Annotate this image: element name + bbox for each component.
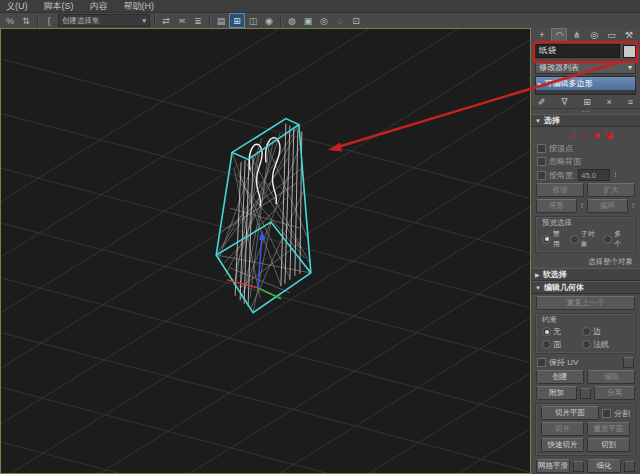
render-iterative-icon[interactable]: ◌ [333,14,347,27]
msmooth-settings-button[interactable] [573,461,584,472]
curve-editor-icon[interactable]: ⊞ [230,14,244,27]
vertex-subobject-icon[interactable]: ∴ [558,130,564,140]
rendered-frame-window-icon[interactable]: ▣ [301,14,315,27]
preview-subobj-option[interactable]: 子对象 [570,229,598,249]
named-selection-sets-value: 创建选择集 [62,16,100,26]
stack-item-editable-poly[interactable]: ▸ 可编辑多边形 [536,77,635,90]
modifier-list-dropdown[interactable]: 修改器列表 ▾ [535,61,636,74]
particle-view-icon[interactable]: ⊡ [349,14,363,27]
loop-spinner-icon[interactable]: ↕ [631,202,635,210]
grow-button[interactable]: 扩大 [587,183,635,197]
shrink-button[interactable]: 收缩 [536,183,584,197]
attach-list-button[interactable] [580,388,591,399]
tessellate-button[interactable]: 细化 [587,459,621,473]
create-tab-icon[interactable]: + [535,29,549,41]
gizmo-z-arrowhead [259,230,265,240]
detach-button[interactable]: 分离 [594,386,635,400]
constraint-none-label: 无 [553,326,561,337]
preview-multi-label: 多个 [614,229,625,249]
menu-item-customize[interactable]: 义(U) [6,0,28,13]
rollout-edit-geometry-header[interactable]: ▼ 编辑几何体 [531,281,640,294]
preview-multi-option[interactable]: 多个 [603,229,625,249]
menu-item-help[interactable]: 帮助(H) [124,0,155,13]
by-vertex-checkbox[interactable] [537,144,546,153]
ring-button[interactable]: 环形 [536,199,577,213]
tessellate-settings-button[interactable] [624,461,635,472]
object-name-field[interactable]: 纸袋 [535,44,620,58]
spinner-snap-toggle-icon[interactable]: ⇅ [19,14,33,27]
pin-stack-icon[interactable]: ✐ [538,97,546,107]
spinner-icon[interactable]: ↕ [613,171,617,179]
quickslice-button[interactable]: 快速切片 [541,438,584,452]
menu-item-scripting[interactable]: 脚本(S) [44,0,74,13]
percent-snap-toggle-icon[interactable]: % [3,14,17,27]
loop-button[interactable]: 循环 [587,199,628,213]
attach-button[interactable]: 附加 [536,386,577,400]
display-tab-icon[interactable]: ▭ [605,29,619,41]
show-end-result-icon[interactable]: ∇ [561,97,567,107]
collapse-button[interactable]: 塌陷 [587,370,635,384]
remove-modifier-icon[interactable]: × [607,97,612,107]
by-angle-checkbox[interactable] [537,171,546,180]
modifier-stack-list[interactable]: ▸ 可编辑多边形 [535,76,636,95]
material-editor-icon[interactable]: ◉ [262,14,276,27]
expand-icon[interactable]: ▸ [538,80,542,88]
gizmo-y-axis[interactable] [258,288,281,299]
utilities-tab-icon[interactable]: ⚒ [622,29,636,41]
render-setup-icon[interactable]: ◍ [285,14,299,27]
radio-icon [603,235,612,244]
constraint-face-label: 面 [553,339,561,350]
schematic-view-icon[interactable]: ◫ [246,14,260,27]
constraint-edge-option[interactable]: 边 [582,326,601,337]
perspective-viewport[interactable] [0,28,531,474]
constraint-none-option[interactable]: 无 [542,326,576,337]
repeat-last-button[interactable]: 重复上一个 [536,296,635,310]
motion-tab-icon[interactable]: ◎ [587,29,601,41]
ignore-backfacing-checkbox[interactable] [537,157,546,166]
hierarchy-tab-icon[interactable]: ⋔ [570,29,584,41]
border-subobject-icon[interactable]: ▱ [582,130,589,140]
radio-icon [570,235,579,244]
mirror-icon[interactable]: ⇄ [159,14,173,27]
rollout-soft-selection-header[interactable]: ▶ 软选择 [531,268,640,281]
polygon-subobject-icon[interactable]: ■ [594,130,599,140]
toolbar-separator [209,15,210,27]
ring-spinner-icon[interactable]: ↕ [580,202,584,210]
create-button[interactable]: 创建 [536,370,584,384]
scene-explorer-icon[interactable]: ▤ [214,14,228,27]
constraint-normal-option[interactable]: 法线 [582,339,609,350]
reset-plane-button[interactable]: 重置平面 [587,422,630,436]
bag-wireframe-lines [216,125,311,313]
preserve-uv-settings-button[interactable] [623,357,634,368]
object-color-swatch[interactable] [623,45,636,58]
align-icon[interactable]: ≍ [175,14,189,27]
slice-button[interactable]: 切片 [541,422,584,436]
rollout-selection-header[interactable]: ▼ 选择 [531,114,640,127]
split-checkbox[interactable] [602,409,611,418]
render-production-icon[interactable]: ◎ [317,14,331,27]
configure-modifier-sets-icon[interactable]: ≡ [628,97,633,107]
manage-layers-icon[interactable]: ≣ [191,14,205,27]
msmooth-button[interactable]: 网格平滑 [536,459,570,473]
preview-off-label: 禁用 [553,229,564,249]
modify-tab-icon[interactable]: ◠ [552,29,566,41]
by-angle-value-field[interactable]: 45.0 [578,169,610,181]
preserve-uv-checkbox[interactable] [537,358,546,367]
main-toolbar: % ⇅ { 创建选择集 ▾ ⇄ ≍ ≣ ▤ ⊞ ◫ ◉ ◍ ▣ ◎ ◌ ⊡ [0,13,640,29]
edit-named-selection-sets-icon[interactable]: { [42,14,56,27]
preview-subobj-label: 子对象 [581,229,598,249]
named-selection-sets-combo[interactable]: 创建选择集 ▾ [58,14,150,27]
slice-plane-button[interactable]: 切片平面 [541,406,599,420]
preview-off-option[interactable]: 禁用 [542,229,564,249]
constraint-face-option[interactable]: 面 [542,339,576,350]
viewport-canvas[interactable] [1,29,530,473]
gizmo-z-axis[interactable] [258,234,262,288]
toolbar-separator [37,15,38,27]
menu-item-content[interactable]: 内容 [90,0,108,13]
cut-button[interactable]: 切割 [587,438,630,452]
element-subobject-icon[interactable]: ◪ [604,130,613,140]
rollout-selection-title: 选择 [544,115,560,126]
make-unique-icon[interactable]: ⊞ [583,97,591,107]
edge-subobject-icon[interactable]: ∠ [569,130,577,140]
chevron-down-icon: ▾ [628,63,632,72]
